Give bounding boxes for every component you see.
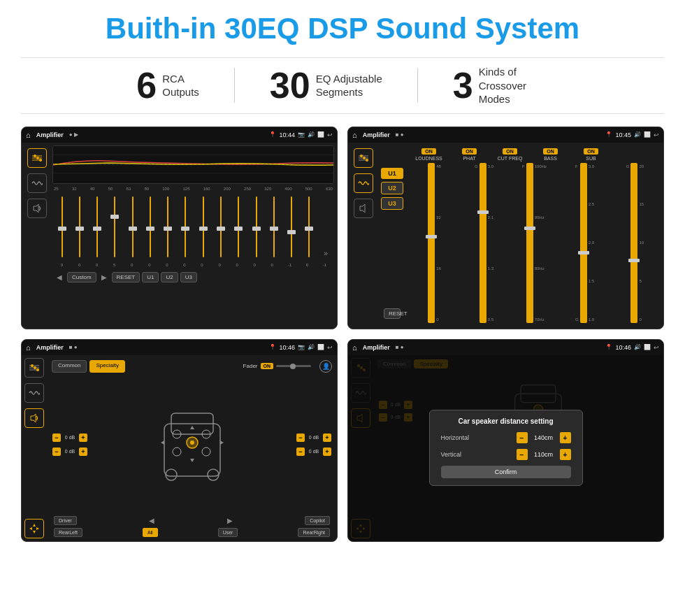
ch-on-sub[interactable]: ON xyxy=(584,148,598,155)
tab-common-3[interactable]: Common xyxy=(52,360,87,373)
copilot-btn[interactable]: Copilot xyxy=(305,516,330,525)
ch-loudness: ON LOUDNESS xyxy=(410,148,448,161)
loudness-slider[interactable] xyxy=(428,163,435,323)
db-control-rr: − 0 dB + xyxy=(296,447,331,456)
dialog-vertical-minus[interactable]: − xyxy=(517,449,528,460)
db-plus-rl[interactable]: + xyxy=(79,447,87,456)
dialog-vertical-plus[interactable]: + xyxy=(560,449,571,460)
reset-btn-2[interactable]: RESET xyxy=(384,308,401,319)
sub-slider-col: G 20 15 10 5 0 xyxy=(611,163,659,323)
ch-on-bass[interactable]: ON xyxy=(543,148,558,155)
db-minus-rl[interactable]: − xyxy=(52,447,61,456)
driver-btn[interactable]: Driver xyxy=(54,516,77,525)
eq-slider-2[interactable] xyxy=(71,196,87,257)
status-time-3: 10:46 xyxy=(279,344,295,351)
eq-slider-7[interactable] xyxy=(160,196,176,257)
left-arrow[interactable]: ◀ xyxy=(149,517,154,524)
arrows-icon-3[interactable] xyxy=(24,519,44,538)
tab-specialty-3[interactable]: Specialty xyxy=(89,360,124,373)
custom-preset[interactable]: Custom xyxy=(67,272,96,282)
ch-on-cutfreq[interactable]: ON xyxy=(503,148,517,155)
db-plus-fl[interactable]: + xyxy=(79,434,87,442)
svg-marker-28 xyxy=(29,527,32,530)
back-icon-3[interactable]: ↩ xyxy=(327,344,333,351)
eq-slider-14[interactable] xyxy=(283,196,299,257)
eq-slider-12[interactable] xyxy=(248,196,264,257)
eq-slider-3[interactable] xyxy=(89,196,106,257)
fader-row-3: Fader ON xyxy=(238,360,317,373)
car-visual xyxy=(90,376,294,513)
back-icon-4[interactable]: ↩ xyxy=(654,344,659,351)
u2-select[interactable]: U2 xyxy=(381,182,403,194)
right-arrow[interactable]: ▶ xyxy=(227,517,233,524)
sub-slider[interactable] xyxy=(630,163,637,323)
fader-on-btn[interactable]: ON xyxy=(261,363,274,369)
cutfreq-slider[interactable] xyxy=(526,163,533,323)
u2-btn-1[interactable]: U2 xyxy=(161,272,178,282)
wave-icon[interactable] xyxy=(27,173,47,193)
dialog-confirm-btn[interactable]: Confirm xyxy=(441,466,571,478)
user-btn[interactable]: User xyxy=(218,528,238,537)
eq-icon-2[interactable] xyxy=(354,148,373,168)
eq-slider-5[interactable] xyxy=(124,196,140,257)
db-minus-fl[interactable]: − xyxy=(52,434,61,442)
svg-marker-18 xyxy=(360,204,365,213)
home-icon-1[interactable]: ⌂ xyxy=(26,131,31,139)
phat-slider[interactable] xyxy=(480,163,486,323)
ch-cutfreq: ON CUT FREQ xyxy=(491,148,529,161)
dialog-vertical-row: Vertical − 110cm + xyxy=(441,449,571,460)
eq-icon-3[interactable] xyxy=(24,358,44,378)
ch-on-loudness[interactable]: ON xyxy=(421,148,436,155)
home-icon-2[interactable]: ⌂ xyxy=(352,131,357,139)
eq-slider-1[interactable] xyxy=(54,196,70,257)
bass-slider[interactable] xyxy=(580,163,587,323)
u3-select[interactable]: U3 xyxy=(381,197,403,210)
back-icon-1[interactable]: ↩ xyxy=(327,131,333,138)
reset-btn-1[interactable]: RESET xyxy=(112,272,140,282)
db-val-fr: 0 dB xyxy=(307,435,321,440)
u1-btn-1[interactable]: U1 xyxy=(142,272,159,282)
u1-select[interactable]: U1 xyxy=(381,168,403,179)
eq-slider-13[interactable] xyxy=(266,196,282,257)
speaker-icon-2[interactable] xyxy=(354,199,373,218)
db-plus-fr[interactable]: + xyxy=(323,434,331,442)
dialog-horizontal-plus[interactable]: + xyxy=(560,432,571,443)
db-minus-rr[interactable]: − xyxy=(296,447,305,456)
stat-rca-number: 6 xyxy=(136,67,157,103)
all-btn[interactable]: All xyxy=(143,528,158,537)
eq-slider-6[interactable] xyxy=(142,196,158,257)
home-icon-4[interactable]: ⌂ xyxy=(352,343,357,352)
db-control-rl: − 0 dB + xyxy=(52,447,87,456)
rearright-btn[interactable]: RearRight xyxy=(298,528,330,537)
eq-slider-10[interactable] xyxy=(212,196,229,257)
ch-bass: ON BASS xyxy=(531,148,570,161)
eq-slider-4[interactable] xyxy=(107,196,123,257)
rearleft-btn[interactable]: RearLeft xyxy=(54,528,82,537)
dialog-vertical-label: Vertical xyxy=(441,451,462,458)
eq-slider-9[interactable] xyxy=(195,196,211,257)
speaker-icon[interactable] xyxy=(27,199,47,218)
home-icon-3[interactable]: ⌂ xyxy=(26,343,31,352)
eq-slider-8[interactable] xyxy=(178,196,194,257)
dialog-box: Car speaker distance setting Horizontal … xyxy=(429,410,583,486)
profile-btn-3[interactable]: 👤 xyxy=(319,360,332,373)
svg-point-39 xyxy=(190,440,194,445)
wave-icon-2[interactable] xyxy=(354,173,373,193)
ch-on-phat[interactable]: ON xyxy=(462,148,477,155)
next-btn[interactable]: ▶ xyxy=(99,272,110,283)
db-minus-fr[interactable]: − xyxy=(296,434,305,442)
db-plus-rr[interactable]: + xyxy=(323,447,331,456)
eq-graph xyxy=(52,145,334,184)
expand-icon[interactable]: » xyxy=(319,250,333,257)
back-icon-2[interactable]: ↩ xyxy=(654,131,659,138)
speaker-icon-3[interactable] xyxy=(24,408,44,428)
prev-btn[interactable]: ◀ xyxy=(54,272,65,283)
db-val-fl: 0 dB xyxy=(63,435,77,440)
u3-btn-1[interactable]: U3 xyxy=(180,272,197,282)
dialog-horizontal-minus[interactable]: − xyxy=(517,432,528,443)
eq-slider-15[interactable] xyxy=(301,196,317,257)
eq-slider-11[interactable] xyxy=(231,196,247,257)
wave-icon-3[interactable] xyxy=(24,383,44,403)
eq-icon[interactable] xyxy=(27,148,47,168)
fader-slider[interactable] xyxy=(276,365,311,367)
